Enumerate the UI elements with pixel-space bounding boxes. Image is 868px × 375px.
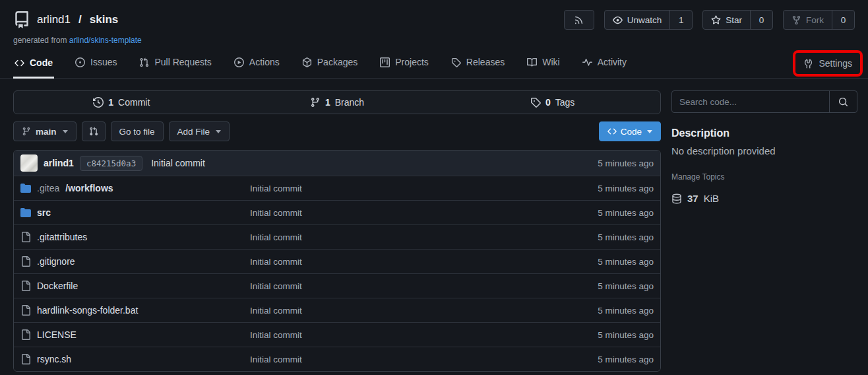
file-link[interactable]: .gitignore — [20, 256, 250, 267]
file-name: .gitattributes — [37, 232, 87, 242]
tags-stat[interactable]: 0 Tags — [445, 91, 660, 114]
file-name: /workflows — [65, 183, 113, 193]
book-icon — [527, 57, 537, 67]
file-commit-link[interactable]: Initial commit — [250, 232, 598, 242]
file-time: 5 minutes ago — [598, 306, 654, 316]
tab-settings[interactable]: Settings — [802, 54, 853, 73]
repo-size-unit: KiB — [704, 193, 719, 204]
table-row: Dockerfile Initial commit 5 minutes ago — [14, 273, 660, 298]
table-row: .gitignore Initial commit 5 minutes ago — [14, 249, 660, 273]
avatar[interactable] — [20, 154, 38, 172]
file-commit-link[interactable]: Initial commit — [250, 257, 598, 267]
branches-stat[interactable]: 1 Branch — [230, 91, 445, 114]
repo-nav: Code Issues Pull Requests Actions Packag… — [0, 45, 868, 78]
rss-button[interactable] — [564, 10, 594, 30]
compare-button[interactable] — [82, 121, 106, 141]
file-name: LICENSE — [37, 329, 77, 340]
repo-owner-link[interactable]: arlind1 — [37, 13, 71, 26]
tab-wiki[interactable]: Wiki — [526, 51, 561, 78]
file-icon — [20, 281, 31, 291]
tab-activity-label: Activity — [598, 57, 627, 67]
file-icon — [20, 232, 31, 242]
fork-button[interactable]: Fork — [784, 11, 832, 29]
repo-header: arlind1 / skins Unwatch 1 — [0, 0, 868, 79]
go-to-file-button[interactable]: Go to file — [111, 121, 164, 141]
file-time: 5 minutes ago — [598, 208, 654, 218]
file-commit-link[interactable]: Initial commit — [250, 306, 598, 316]
file-commit-link[interactable]: Initial commit — [250, 184, 598, 193]
file-time: 5 minutes ago — [598, 184, 654, 193]
package-icon — [302, 57, 312, 67]
issue-icon — [75, 57, 85, 67]
file-icon — [20, 354, 31, 364]
table-row: src Initial commit 5 minutes ago — [14, 200, 660, 224]
tab-projects[interactable]: Projects — [379, 51, 430, 78]
file-commit-link[interactable]: Initial commit — [250, 281, 598, 291]
search-button[interactable] — [829, 91, 857, 112]
table-row: .gitea/workflows Initial commit 5 minute… — [14, 176, 660, 200]
tab-code[interactable]: Code — [13, 52, 54, 79]
add-file-button[interactable]: Add File — [169, 121, 230, 141]
tab-pull-requests[interactable]: Pull Requests — [138, 51, 212, 78]
pull-request-icon — [139, 57, 149, 67]
tab-activity[interactable]: Activity — [581, 51, 628, 78]
search-input[interactable] — [672, 91, 829, 112]
branch-icon — [310, 97, 321, 108]
tab-settings-label: Settings — [819, 58, 852, 69]
tags-label: Tags — [555, 97, 575, 108]
tab-issues[interactable]: Issues — [74, 51, 118, 78]
repo-name-link[interactable]: skins — [90, 13, 118, 26]
commits-label: Commit — [118, 97, 150, 108]
file-link[interactable]: hardlink-songs-folder.bat — [20, 305, 250, 316]
repo-size-value: 37 — [687, 193, 698, 204]
commit-message-link[interactable]: Initial commit — [151, 158, 205, 168]
file-link[interactable]: Dockerfile — [20, 281, 250, 291]
repo-title: arlind1 / skins — [13, 11, 118, 28]
commit-time: 5 minutes ago — [598, 158, 654, 168]
search-icon — [838, 97, 848, 107]
tab-releases[interactable]: Releases — [450, 51, 506, 78]
description-heading: Description — [671, 127, 857, 139]
branches-label: Branch — [335, 97, 364, 108]
template-repo-link[interactable]: arlind/skins-template — [69, 36, 142, 45]
file-time: 5 minutes ago — [598, 232, 654, 242]
unwatch-button[interactable]: Unwatch — [605, 11, 670, 29]
file-link[interactable]: src — [20, 207, 250, 218]
watchers-count[interactable]: 1 — [669, 11, 692, 29]
eye-icon — [613, 15, 623, 25]
file-link[interactable]: rsync.sh — [20, 354, 250, 364]
manage-topics-link[interactable]: Manage Topics — [671, 172, 857, 182]
star-button-group: Star 0 — [702, 10, 773, 30]
tools-icon — [803, 59, 813, 69]
star-icon — [711, 15, 721, 25]
file-link[interactable]: LICENSE — [20, 329, 250, 340]
generated-from-prefix: generated from — [13, 36, 67, 45]
commits-stat[interactable]: 1 Commit — [14, 91, 230, 114]
file-link[interactable]: .gitattributes — [20, 232, 250, 242]
file-name: Dockerfile — [37, 281, 78, 291]
file-commit-link[interactable]: Initial commit — [250, 330, 598, 340]
commit-hash-link[interactable]: c84215d0a3 — [80, 156, 142, 171]
code-icon — [15, 58, 24, 68]
file-link[interactable]: .gitea/workflows — [20, 183, 250, 193]
go-to-file-label: Go to file — [119, 127, 155, 137]
forks-count[interactable]: 0 — [832, 11, 854, 29]
tag-icon — [451, 57, 461, 67]
star-button[interactable]: Star — [703, 11, 750, 29]
file-commit-link[interactable]: Initial commit — [250, 208, 598, 218]
commit-author-link[interactable]: arlind1 — [44, 158, 74, 168]
stars-count[interactable]: 0 — [750, 11, 772, 29]
code-download-button[interactable]: Code — [599, 121, 661, 141]
tags-count: 0 — [545, 97, 551, 108]
file-icon — [20, 256, 31, 267]
tab-actions[interactable]: Actions — [233, 51, 281, 78]
star-label: Star — [726, 15, 742, 25]
tab-packages[interactable]: Packages — [301, 51, 359, 78]
repo-stats-bar: 1 Commit 1 Branch 0 Tags — [13, 90, 661, 114]
file-icon — [20, 305, 31, 316]
chevron-down-icon — [647, 130, 652, 133]
database-icon — [671, 193, 682, 204]
file-commit-link[interactable]: Initial commit — [250, 355, 598, 364]
branch-selector[interactable]: main — [13, 121, 77, 141]
file-time: 5 minutes ago — [598, 281, 654, 291]
